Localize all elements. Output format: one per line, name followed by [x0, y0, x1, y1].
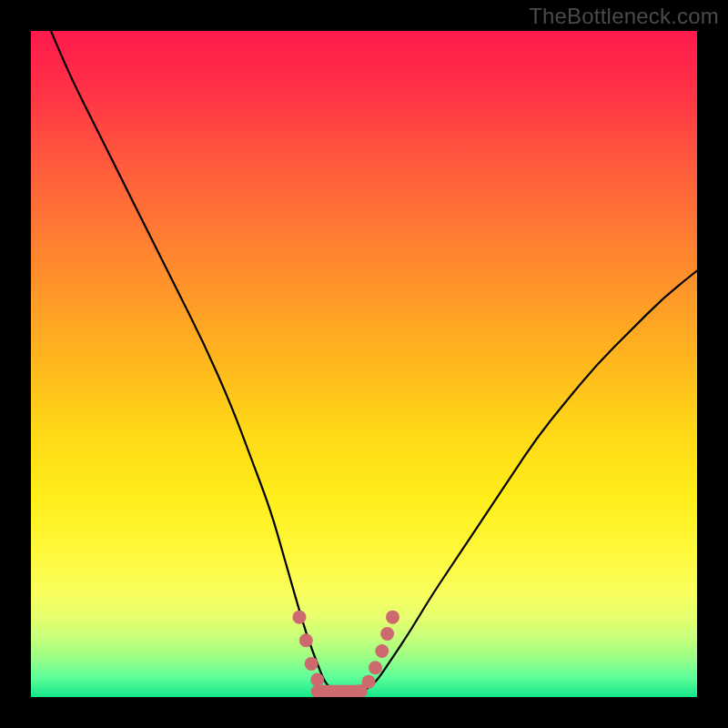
- watermark-text: TheBottleneck.com: [529, 4, 719, 29]
- marker-dot: [293, 611, 307, 624]
- bottleneck-curve: [51, 31, 697, 693]
- marker-dot: [375, 644, 389, 658]
- plot-area: [31, 31, 697, 697]
- chart-frame: TheBottleneck.com: [0, 0, 728, 728]
- marker-dot: [369, 661, 382, 674]
- marker-dot: [299, 633, 313, 647]
- marker-dot: [310, 672, 324, 686]
- marker-dot: [380, 627, 394, 641]
- marker-dot: [362, 675, 376, 689]
- marker-dot: [305, 657, 318, 671]
- marker-dot: [386, 611, 399, 624]
- curve-layer: [31, 31, 697, 697]
- marker-group: [293, 611, 399, 697]
